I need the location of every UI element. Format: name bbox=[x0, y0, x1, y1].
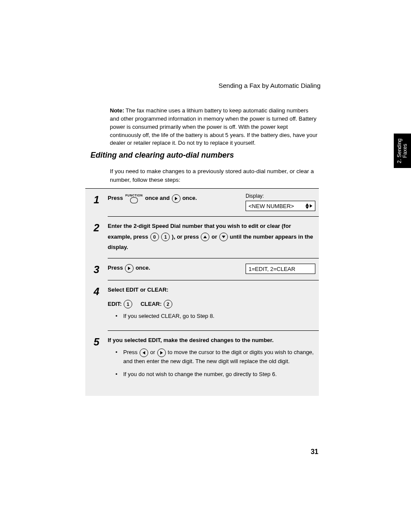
step-5-bullet-1: Press or to move the cursor to the digit… bbox=[123, 348, 316, 366]
note-text: The fax machine uses a lithium battery t… bbox=[110, 107, 318, 146]
step-number: 4 bbox=[85, 285, 108, 297]
function-key-icon: FUNCTION bbox=[125, 194, 143, 203]
edit-option-label: EDIT: bbox=[108, 301, 122, 307]
step-1-once: once. bbox=[182, 195, 197, 201]
right-arrow-key-icon bbox=[172, 194, 181, 203]
step-number: 2 bbox=[85, 221, 108, 233]
step-5: 5 If you selected EDIT, make the desired… bbox=[85, 331, 319, 389]
step-2-text-c: or bbox=[212, 233, 217, 240]
step-4-title: Select EDIT or CLEAR: bbox=[108, 286, 168, 293]
chapter-tab: 2. Sending Faxes bbox=[394, 134, 411, 168]
section-intro: If you need to make changes to a previou… bbox=[110, 167, 318, 185]
step-3: 3 Press once. 1=EDIT, 2=CLEAR bbox=[85, 258, 319, 280]
step-4: 4 Select EDIT or CLEAR: EDIT: 1 CLEAR: 2… bbox=[85, 280, 319, 330]
clear-option-label: CLEAR: bbox=[140, 301, 162, 307]
step-5-title: If you selected EDIT, make the desired c… bbox=[108, 337, 274, 343]
page-number: 31 bbox=[311, 448, 318, 456]
step-3-once: once. bbox=[136, 264, 150, 271]
running-head: Sending a Fax by Automatic Dialing bbox=[90, 82, 321, 89]
step-2: 2 Enter the 2-digit Speed Dial number th… bbox=[85, 217, 319, 258]
step-1-press: Press bbox=[108, 195, 123, 201]
digit-0-key-icon: 0 bbox=[150, 233, 159, 241]
step-number: 1 bbox=[85, 193, 108, 205]
lcd-nav-arrows-icon bbox=[305, 203, 312, 209]
lcd-text: 1=EDIT, 2=CLEAR bbox=[249, 266, 295, 272]
display-label: Display: bbox=[246, 193, 315, 199]
chapter-tab-line2: Faxes bbox=[402, 138, 408, 163]
note-block: Note: The fax machine uses a lithium bat… bbox=[110, 107, 318, 147]
step-number: 5 bbox=[85, 335, 108, 347]
digit-1-key-icon: 1 bbox=[124, 300, 132, 308]
up-arrow-key-icon bbox=[201, 233, 209, 241]
right-arrow-key-icon bbox=[125, 264, 134, 273]
section-heading: Editing and clearing auto-dial numbers bbox=[90, 151, 318, 160]
step-number: 3 bbox=[85, 263, 108, 275]
digit-1-key-icon: 1 bbox=[161, 233, 170, 241]
steps-container: 1 Press FUNCTION once and once. Display:… bbox=[85, 188, 319, 396]
lcd-readout: <NEW NUMBER> bbox=[246, 201, 315, 211]
note-label: Note: bbox=[110, 107, 124, 114]
step-3-press: Press bbox=[108, 264, 123, 271]
step-1: 1 Press FUNCTION once and once. Display:… bbox=[85, 189, 319, 216]
down-arrow-key-icon bbox=[219, 233, 228, 241]
manual-page: Sending a Fax by Automatic Dialing 2. Se… bbox=[0, 0, 411, 532]
lcd-readout: 1=EDIT, 2=CLEAR bbox=[246, 264, 315, 274]
step-1-once-and: once and bbox=[145, 195, 170, 201]
step-5-bullet-2: If you do not wish to change the number,… bbox=[123, 370, 316, 379]
digit-2-key-icon: 2 bbox=[164, 300, 172, 308]
right-arrow-key-icon bbox=[157, 348, 166, 357]
left-arrow-key-icon bbox=[140, 348, 148, 357]
step-2-text-b: ), or press bbox=[172, 233, 199, 240]
lcd-text: <NEW NUMBER> bbox=[249, 203, 294, 209]
step-4-bullet: If you selected CLEAR, go to Step 8. bbox=[123, 312, 316, 320]
